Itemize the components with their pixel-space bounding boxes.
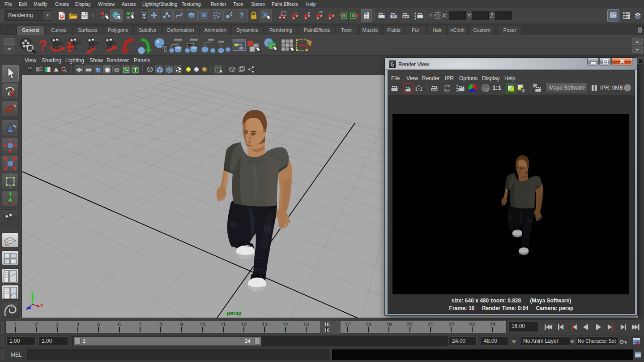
svg-text:T: T — [134, 67, 137, 73]
svg-text:x: x — [40, 302, 43, 307]
svg-text:y: y — [31, 290, 34, 295]
svg-text:z: z — [26, 305, 29, 310]
svg-text:?: ? — [239, 12, 244, 19]
svg-text:?: ? — [38, 37, 47, 54]
svg-text:IPR: IPR — [403, 15, 409, 18]
svg-text:IPR: IPR — [432, 88, 437, 91]
